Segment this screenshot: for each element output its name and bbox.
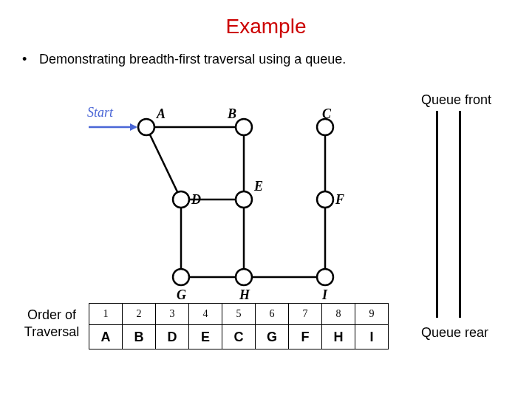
graph-svg	[89, 96, 369, 296]
traversal-index-cell: 7	[289, 304, 322, 325]
traversal-value-cell: H	[322, 325, 355, 349]
bullet-text: Demonstrating breadth-first traversal us…	[39, 52, 346, 66]
node-label-B: B	[228, 106, 236, 122]
traversal-value-cell: G	[256, 325, 289, 349]
node-label-F: F	[335, 192, 344, 208]
page-title: Example	[0, 0, 532, 38]
traversal-value-cell: D	[156, 325, 189, 349]
traversal-index-row: 123456789	[89, 304, 389, 325]
node-label-H: H	[239, 287, 250, 303]
svg-point-13	[236, 119, 252, 135]
queue-rear-label: Queue rear	[421, 325, 488, 341]
traversal-index-cell: 3	[156, 304, 189, 325]
queue-box	[436, 111, 461, 318]
node-label-E: E	[254, 179, 263, 194]
traversal-index-cell: 8	[322, 304, 355, 325]
bullet-line: • Demonstrating breadth-first traversal …	[0, 38, 532, 67]
svg-line-1	[146, 127, 181, 200]
node-label-A: A	[157, 106, 166, 122]
svg-point-16	[236, 191, 252, 208]
svg-point-15	[173, 191, 189, 208]
traversal-table: 123456789 ABDECGFHI	[89, 303, 389, 349]
traversal-value-cell: F	[289, 325, 322, 349]
traversal-value-cell: A	[89, 325, 123, 349]
svg-point-19	[236, 269, 252, 285]
traversal-index-cell: 1	[89, 304, 123, 325]
traversal-index-cell: 4	[189, 304, 222, 325]
traversal-value-cell: I	[355, 325, 389, 349]
traversal-index-cell: 2	[123, 304, 156, 325]
node-label-D: D	[191, 192, 201, 208]
traversal-value-row: ABDECGFHI	[89, 325, 389, 349]
queue-front-label: Queue front	[414, 92, 517, 111]
traversal-value-cell: B	[123, 325, 156, 349]
traversal-value-cell: E	[189, 325, 222, 349]
svg-point-18	[173, 269, 189, 285]
node-label-C: C	[322, 106, 331, 122]
svg-point-12	[138, 119, 154, 135]
traversal-index-cell: 5	[222, 304, 256, 325]
bullet-dot: •	[22, 52, 35, 67]
svg-point-17	[317, 191, 333, 208]
traversal-index-cell: 9	[355, 304, 389, 325]
traversal-value-cell: C	[222, 325, 256, 349]
svg-marker-11	[130, 123, 137, 131]
traversal-label: Order of Traversal	[18, 307, 85, 340]
svg-point-20	[317, 269, 333, 285]
node-label-G: G	[177, 287, 186, 303]
traversal-index-cell: 6	[256, 304, 289, 325]
queue-area: Queue front	[414, 92, 517, 318]
start-label: Start	[87, 105, 113, 120]
node-label-I: I	[322, 287, 327, 303]
graph-diagram: ABCDEFGHI Start	[89, 96, 369, 296]
